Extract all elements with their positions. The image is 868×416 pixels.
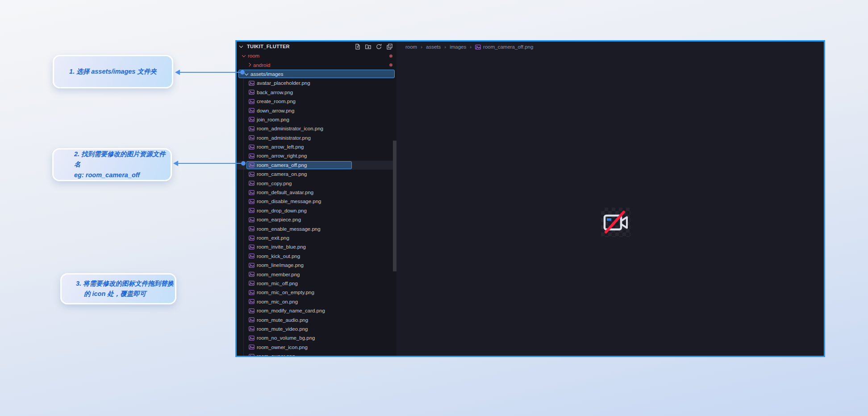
breadcrumb: room assets images — [396, 42, 824, 52]
file-name: avatar_placeholder.png — [257, 80, 310, 86]
new-folder-icon[interactable] — [365, 43, 371, 50]
file-row[interactable]: room_administrator.png — [237, 133, 396, 142]
file-row-content: room_mic_off.png — [246, 279, 302, 287]
file-name: room_enable_message.png — [257, 226, 321, 232]
file-row[interactable]: down_arrow.png — [237, 106, 396, 115]
chevron-down-icon — [245, 72, 248, 75]
file-row[interactable]: room_earpiece.png — [237, 215, 396, 224]
breadcrumb-label: images — [450, 44, 466, 50]
file-name: room_administrator_icon.png — [257, 126, 323, 131]
file-name: room_owner_icon.png — [257, 345, 308, 350]
file-row[interactable]: room_default_avatar.png — [237, 188, 396, 197]
annotation-step-3-line2: 的 icon 处，覆盖即可 — [76, 289, 175, 299]
indent-guide — [243, 79, 244, 357]
tree-folder-android[interactable]: android — [237, 60, 396, 69]
chevron-right-icon — [247, 62, 251, 66]
image-file-icon — [249, 199, 255, 204]
file-row-content: room_enable_message.png — [246, 225, 325, 233]
breadcrumb-item[interactable]: room — [405, 44, 417, 50]
file-row[interactable]: room_modify_name_card.png — [237, 306, 396, 315]
sidebar-scrollbar[interactable] — [393, 141, 396, 271]
file-row[interactable]: room_arrow_left.png — [237, 142, 396, 151]
tree-folder-room[interactable]: room — [237, 51, 396, 60]
file-row[interactable]: back_arrow.png — [237, 88, 396, 97]
file-row[interactable]: room_mute_video.png — [237, 324, 396, 333]
file-row-content: room_modify_name_card.png — [246, 307, 329, 315]
explorer-root-label: TUIKIT_FLUTTER — [247, 44, 290, 49]
file-name: room_kick_out.png — [257, 254, 300, 259]
file-name: room_member.png — [257, 272, 300, 277]
file-name: room_mic_on_empty.png — [257, 290, 314, 295]
file-row[interactable]: room_camera_off.png — [237, 161, 396, 170]
breadcrumb-label: room_camera_off.png — [483, 44, 533, 50]
file-row[interactable]: room_mute_audio.png — [237, 315, 396, 324]
file-row[interactable]: join_room.png — [237, 115, 396, 124]
image-file-icon — [249, 299, 255, 304]
editor-pane: room assets images — [396, 42, 824, 356]
file-row-content: down_arrow.png — [246, 107, 298, 115]
annotation-step-3: 3. 将需要修改的图标文件拖到替换 的 icon 处，覆盖即可 — [60, 273, 176, 304]
file-row[interactable]: room_owner.png — [237, 352, 396, 357]
explorer-sidebar: TUIKIT_FLUTTER — [237, 42, 396, 356]
file-row[interactable]: room_mic_on_empty.png — [237, 288, 396, 297]
file-row-content: room_earpiece.png — [246, 216, 305, 224]
file-name: room_invite_blue.png — [257, 244, 306, 250]
file-row[interactable]: avatar_placeholder.png — [237, 79, 396, 87]
image-file-icon — [249, 272, 255, 277]
image-file-icon — [249, 281, 255, 286]
image-file-icon — [249, 154, 255, 158]
file-name: room_default_avatar.png — [257, 190, 313, 195]
explorer-toolbar — [354, 43, 393, 50]
file-name: room_exit.png — [257, 235, 289, 241]
file-row-content: room_no_volume_bg.png — [246, 334, 319, 342]
file-row-content: room_owner.png — [246, 352, 299, 357]
file-row[interactable]: room_enable_message.png — [237, 224, 396, 233]
image-file-icon — [249, 108, 255, 113]
refresh-explorer-icon[interactable] — [376, 43, 382, 50]
file-row[interactable]: room_arrow_right.png — [237, 151, 396, 160]
tree-folder-assets-images[interactable]: assets/images — [237, 70, 396, 79]
arrow-target-dot — [240, 70, 245, 75]
image-file-icon — [249, 345, 255, 349]
breadcrumb-item[interactable]: assets — [417, 44, 441, 50]
annotation-step-3-line1: 3. 将需要修改的图标文件拖到替换 — [76, 279, 175, 289]
annotation-step-2: 2. 找到需要修改的图片资源文件名 eg: room_camera_off — [52, 148, 172, 181]
explorer-header[interactable]: TUIKIT_FLUTTER — [237, 42, 396, 51]
annotation-step-1: 1. 选择 assets/images 文件夹 — [53, 55, 173, 88]
file-row[interactable]: room_copy.png — [237, 179, 396, 187]
file-row-content: room_mic_on_empty.png — [246, 288, 318, 296]
file-name: room_disable_message.png — [257, 199, 321, 204]
breadcrumb-item[interactable]: images — [441, 44, 466, 50]
file-row-content: room_lineImage.png — [246, 261, 308, 269]
file-row-content: room_administrator.png — [246, 134, 315, 142]
image-file-icon — [249, 308, 255, 313]
page-background: 1. 选择 assets/images 文件夹 2. 找到需要修改的图片资源文件… — [0, 0, 868, 416]
file-row[interactable]: room_camera_on.png — [237, 170, 396, 179]
file-name: room_mic_on.png — [257, 299, 298, 304]
file-row[interactable]: room_kick_out.png — [237, 252, 396, 261]
new-file-icon[interactable] — [354, 43, 361, 50]
file-row[interactable]: room_mic_off.png — [237, 279, 396, 288]
file-row[interactable]: room_mic_on.png — [237, 297, 396, 306]
file-row-content: room_member.png — [246, 270, 304, 279]
file-row[interactable]: room_owner_icon.png — [237, 343, 396, 352]
file-row[interactable]: room_member.png — [237, 270, 396, 279]
file-row[interactable]: create_room.png — [237, 97, 396, 106]
image-file-icon — [249, 162, 255, 167]
file-row[interactable]: room_disable_message.png — [237, 197, 396, 206]
collapse-folders-icon[interactable] — [386, 43, 393, 50]
tree-folder-label: assets/images — [250, 71, 284, 77]
image-file-icon — [249, 290, 255, 295]
breadcrumb-item[interactable]: room_camera_off.png — [466, 44, 533, 50]
file-row[interactable]: room_lineImage.png — [237, 261, 396, 270]
file-row[interactable]: room_invite_blue.png — [237, 242, 396, 251]
git-modified-dot — [389, 54, 392, 58]
file-row[interactable]: room_exit.png — [237, 233, 396, 242]
file-row[interactable]: room_no_volume_bg.png — [237, 333, 396, 342]
image-file-icon — [249, 254, 255, 258]
file-row-content: room_camera_off.png — [246, 161, 352, 169]
file-name: room_lineImage.png — [257, 262, 304, 268]
file-row[interactable]: room_drop_down.png — [237, 206, 396, 215]
file-row[interactable]: room_administrator_icon.png — [237, 124, 396, 133]
file-name: room_modify_name_card.png — [257, 308, 325, 313]
